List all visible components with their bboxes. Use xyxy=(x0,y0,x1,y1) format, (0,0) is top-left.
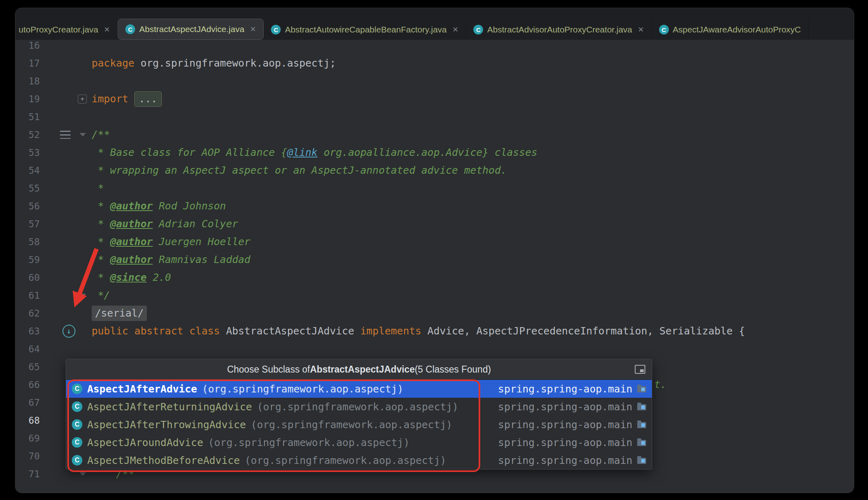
popup-title-prefix: Choose Subclass of xyxy=(227,364,310,375)
tab-AspectJAwareAdvisorAutoProxyC[interactable]: CAspectJAwareAdvisorAutoProxyC xyxy=(652,19,809,40)
code-segment: package xyxy=(92,57,140,69)
line-number: 58 xyxy=(15,233,40,251)
code-line-63: 63↓public abstract class AbstractAspectJ… xyxy=(15,322,854,340)
code-editor[interactable]: 1617package org.springframework.aop.aspe… xyxy=(15,40,854,493)
code-segment: * xyxy=(92,236,110,248)
code-segment: * xyxy=(92,254,110,265)
subclass-name: AspectJMethodBeforeAdvice xyxy=(87,455,240,466)
tab-AbstractAutowireCapableBeanFactory.java[interactable]: CAbstractAutowireCapableBeanFactory.java… xyxy=(264,19,466,40)
code-line-58: 58 * @author Juergen Hoeller xyxy=(15,233,854,251)
java-class-icon: C xyxy=(125,24,135,34)
tab-label: utoProxyCreator.java xyxy=(19,25,98,34)
code-segment: */ xyxy=(92,289,110,301)
tab-close-icon[interactable]: ✕ xyxy=(250,25,256,34)
gutter xyxy=(40,215,92,233)
code-segment: @link xyxy=(287,147,318,158)
code-segment: * xyxy=(92,272,110,283)
ide-window: utoProxyCreator.java✕CAbstractAspectJAdv… xyxy=(15,8,854,493)
fold-plus-icon[interactable]: + xyxy=(78,95,87,103)
code-text: import ... xyxy=(92,90,162,108)
module-folder-icon xyxy=(637,440,646,446)
code-line-56: 56 * @author Rod Johnson xyxy=(15,197,854,215)
code-text: * Base class for AOP Alliance {@link org… xyxy=(92,144,537,162)
subclass-item-AspectJAroundAdvice[interactable]: CAspectJAroundAdvice (org.springframewor… xyxy=(66,433,652,451)
code-segment: @author xyxy=(110,218,153,230)
fold-dim-icon[interactable] xyxy=(79,294,86,297)
code-segment: org.springframework.aop.aspectj; xyxy=(140,57,336,69)
fold-dim-icon[interactable] xyxy=(79,133,86,137)
code-line-57: 57 * @author Adrian Colyer xyxy=(15,215,854,233)
code-segment: 2.0 xyxy=(146,272,171,283)
code-line-55: 55 * xyxy=(15,179,854,197)
subclass-item-AspectJMethodBeforeAdvice[interactable]: CAspectJMethodBeforeAdvice (org.springfr… xyxy=(66,451,652,469)
code-segment: org.aopalliance.aop.Advice} classes xyxy=(318,147,537,158)
gutter xyxy=(40,40,92,54)
line-number: 54 xyxy=(15,162,40,179)
line-number: 63 xyxy=(15,322,40,340)
code-segment: Ramnivas Laddad xyxy=(153,254,251,265)
code-line-62: 62/serial/ xyxy=(15,304,854,322)
module-folder-icon xyxy=(637,386,646,392)
tab-close-icon[interactable]: ✕ xyxy=(452,25,458,34)
tab-close-icon[interactable]: ✕ xyxy=(638,25,644,34)
tab-close-icon[interactable]: ✕ xyxy=(104,25,110,34)
code-text: package org.springframework.aop.aspectj; xyxy=(92,54,336,72)
module-folder-icon xyxy=(637,458,646,464)
java-class-icon: C xyxy=(72,437,82,448)
code-segment: * xyxy=(92,200,110,212)
subclass-item-AspectJAfterAdvice[interactable]: CAspectJAfterAdvice (org.springframework… xyxy=(66,380,652,398)
gutter xyxy=(40,54,92,72)
occluded-comment-fragment: t. xyxy=(654,376,666,394)
module-folder-icon xyxy=(637,422,646,428)
module-folder-icon xyxy=(637,404,646,410)
code-segment: @author xyxy=(110,200,153,212)
tab-AbstractAdvisorAutoProxyCreator.java[interactable]: CAbstractAdvisorAutoProxyCreator.java✕ xyxy=(466,19,651,40)
desktop-background: utoProxyCreator.java✕CAbstractAspectJAdv… xyxy=(0,0,868,500)
code-text: * @author Juergen Hoeller xyxy=(92,233,250,251)
code-segment: Juergen Hoeller xyxy=(153,236,251,248)
subclass-item-AspectJAfterThrowingAdvice[interactable]: CAspectJAfterThrowingAdvice (org.springf… xyxy=(66,416,652,433)
code-text: */ xyxy=(92,287,110,304)
code-text: * xyxy=(92,179,104,197)
subclass-list: CAspectJAfterAdvice (org.springframework… xyxy=(66,380,652,469)
code-text: * wrapping an AspectJ aspect or an Aspec… xyxy=(92,162,507,179)
subclass-name: AspectJAfterThrowingAdvice xyxy=(87,419,246,431)
editor-tab-bar: utoProxyCreator.java✕CAbstractAspectJAdv… xyxy=(15,8,854,40)
code-text: public abstract class AbstractAspectJAdv… xyxy=(92,322,745,340)
subclass-item-AspectJAfterReturningAdvice[interactable]: CAspectJAfterReturningAdvice (org.spring… xyxy=(66,398,652,416)
doc-toggle-icon[interactable] xyxy=(60,131,71,139)
line-number: 66 xyxy=(15,376,40,394)
tab-label: AspectJAwareAdvisorAutoProxyC xyxy=(673,25,801,34)
java-class-icon: C xyxy=(72,455,82,466)
code-line-51: 51 xyxy=(15,108,854,126)
subclass-package: (org.springframework.aop.aspectj) xyxy=(245,455,446,466)
line-number: 56 xyxy=(15,197,40,215)
open-in-find-window-icon[interactable] xyxy=(635,365,645,374)
subclass-package: (org.springframework.aop.aspectj) xyxy=(251,419,452,431)
code-line-59: 59 * @author Ramnivas Laddad xyxy=(15,251,854,269)
code-line-64: 64 xyxy=(15,340,854,358)
line-number: 53 xyxy=(15,144,40,162)
code-segment: * xyxy=(92,218,110,230)
code-segment: ... xyxy=(134,91,161,107)
code-text: * @since 2.0 xyxy=(92,269,171,287)
implemented-icon[interactable]: ↓ xyxy=(62,325,75,338)
gutter xyxy=(40,72,92,90)
code-segment: @author xyxy=(110,254,153,265)
code-segment: Rod Johnson xyxy=(153,200,226,212)
code-segment: /** xyxy=(92,468,134,480)
fold-dim-icon[interactable] xyxy=(79,472,86,476)
gutter xyxy=(40,144,92,162)
line-number: 71 xyxy=(15,465,40,483)
code-line-17: 17package org.springframework.aop.aspect… xyxy=(15,54,854,72)
module-name: spring.spring-aop.main xyxy=(498,401,632,413)
tab-utoProxyCreator.java[interactable]: utoProxyCreator.java✕ xyxy=(15,19,118,40)
code-line-60: 60 * @since 2.0 xyxy=(15,269,854,287)
line-number: 57 xyxy=(15,215,40,233)
gutter xyxy=(40,162,92,179)
line-number: 51 xyxy=(15,108,40,126)
gutter xyxy=(40,304,92,322)
tab-AbstractAspectJAdvice.java[interactable]: CAbstractAspectJAdvice.java✕ xyxy=(118,19,264,40)
java-class-icon: C xyxy=(271,25,281,34)
code-segment: /** xyxy=(92,129,110,140)
